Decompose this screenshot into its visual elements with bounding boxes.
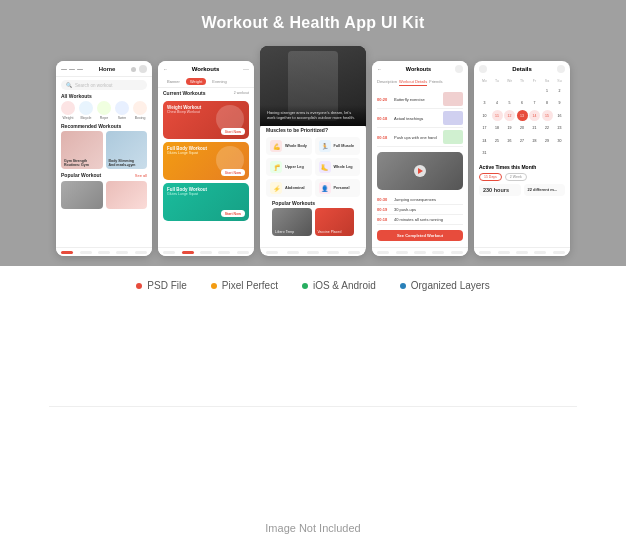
period-2weeks[interactable]: 2 Week <box>505 173 527 181</box>
cat-swim[interactable]: Swim <box>115 101 129 120</box>
rec-card-2[interactable]: Body SlimmingAnd meals+gym <box>106 131 148 169</box>
cat-weight[interactable]: Weight <box>61 101 75 120</box>
nav2-home[interactable] <box>163 251 175 254</box>
cal-cell-14[interactable]: 14 <box>529 110 540 121</box>
video-card[interactable] <box>377 152 463 190</box>
cal-cell-12[interactable]: 12 <box>504 110 515 121</box>
nav-stats[interactable] <box>98 251 110 254</box>
tab-workout-details[interactable]: Workout Details <box>399 79 427 86</box>
muscle-whole-body[interactable]: 💪 Whole Body <box>266 137 312 155</box>
tab-weight[interactable]: Weight <box>186 78 206 85</box>
cal-cell-17[interactable]: 17 <box>479 123 490 134</box>
nav4-profile[interactable] <box>432 251 444 254</box>
cat-bicycle[interactable]: Bicycle <box>79 101 93 120</box>
cal-cell-23[interactable]: 23 <box>554 123 565 134</box>
p5-settings[interactable] <box>557 65 565 73</box>
see-all-link[interactable]: See all <box>135 173 147 178</box>
cal-cell-4[interactable]: 4 <box>492 98 503 109</box>
tab-friends[interactable]: Friends <box>429 79 442 86</box>
rec-card-1[interactable]: Gym StrengthRoutines: Gym <box>61 131 103 169</box>
cat-rope[interactable]: Rope <box>97 101 111 120</box>
cal-cell-31[interactable]: 31 <box>479 148 490 159</box>
nav5-profile[interactable] <box>534 251 546 254</box>
cal-cell-27[interactable]: 27 <box>517 135 528 146</box>
tab-banner[interactable]: Banner <box>163 78 184 85</box>
nav5-home[interactable] <box>479 251 491 254</box>
cal-cell-18[interactable]: 18 <box>492 123 503 134</box>
nav5-stats[interactable] <box>516 251 528 254</box>
period-15days[interactable]: 15 Days <box>479 173 502 181</box>
play-button[interactable] <box>414 165 426 177</box>
p5-back[interactable] <box>479 65 487 73</box>
cal-cell-30[interactable]: 30 <box>554 135 565 146</box>
muscle-abdominal[interactable]: ⚡ Abdominal <box>266 179 312 197</box>
nav3-home[interactable] <box>266 251 278 254</box>
cal-cell-26[interactable]: 26 <box>504 135 515 146</box>
search-bar[interactable]: 🔍 Search on workout <box>61 80 147 90</box>
pop-card-2[interactable] <box>106 181 148 209</box>
p4-back-icon[interactable]: ← <box>377 66 382 72</box>
cal-cell-19[interactable]: 19 <box>504 123 515 134</box>
nav4-more[interactable] <box>451 251 463 254</box>
back-icon[interactable]: ← <box>163 66 168 72</box>
cal-cell-3[interactable]: 3 <box>479 98 490 109</box>
cal-cell-5[interactable]: 5 <box>504 98 515 109</box>
cal-cell[interactable] <box>479 85 490 96</box>
pop-card-1[interactable] <box>61 181 103 209</box>
nav-profile[interactable] <box>116 251 128 254</box>
cal-cell-20[interactable]: 20 <box>517 123 528 134</box>
nav4-workouts[interactable] <box>396 251 408 254</box>
nav-home[interactable] <box>61 251 73 254</box>
cal-cell-7[interactable]: 7 <box>529 98 540 109</box>
workout-card-1[interactable]: Weight Workout Chest Bicep Workout Start… <box>163 101 249 139</box>
workout-card-3[interactable]: Full Body Workout Glutes Lunge Squat Sta… <box>163 183 249 221</box>
nav5-workouts[interactable] <box>498 251 510 254</box>
nav-search[interactable] <box>80 251 92 254</box>
nav5-more[interactable] <box>553 251 565 254</box>
cal-cell-10[interactable]: 10 <box>479 110 490 121</box>
pw-card-2[interactable]: Vaccine Placed <box>315 208 355 236</box>
nav3-profile[interactable] <box>327 251 339 254</box>
start-btn-3[interactable]: Start Now <box>221 210 245 217</box>
cal-cell[interactable] <box>504 85 515 96</box>
cal-cell[interactable] <box>529 85 540 96</box>
muscle-whole-leg[interactable]: 🦶 Whole Leg <box>315 158 361 176</box>
nav4-home[interactable] <box>377 251 389 254</box>
nav2-stats[interactable] <box>200 251 212 254</box>
nav3-more[interactable] <box>348 251 360 254</box>
cal-cell-25[interactable]: 25 <box>492 135 503 146</box>
cal-cell-15[interactable]: 15 <box>542 110 553 121</box>
muscle-personal[interactable]: 👤 Personal <box>315 179 361 197</box>
pw-card-1[interactable]: Libero Temp <box>272 208 312 236</box>
cal-cell-11[interactable]: 11 <box>492 110 503 121</box>
muscle-full[interactable]: 🏃 Full Muscle <box>315 137 361 155</box>
cal-cell[interactable] <box>517 85 528 96</box>
share-icon[interactable]: ⋯ <box>243 65 249 72</box>
nav2-more[interactable] <box>237 251 249 254</box>
workout-card-2[interactable]: Full Body Workout Glutes Lunge Squat Sta… <box>163 142 249 180</box>
cal-cell-9[interactable]: 9 <box>554 98 565 109</box>
muscle-upper-leg[interactable]: 🦵 Upper Leg <box>266 158 312 176</box>
cal-cell-21[interactable]: 21 <box>529 123 540 134</box>
cal-cell-28[interactable]: 28 <box>529 135 540 146</box>
cal-cell-2[interactable]: 2 <box>554 85 565 96</box>
tab-description[interactable]: Description <box>377 79 397 86</box>
cal-cell-1[interactable]: 1 <box>542 85 553 96</box>
nav3-workouts[interactable] <box>287 251 299 254</box>
nav-more[interactable] <box>135 251 147 254</box>
cal-cell-22[interactable]: 22 <box>542 123 553 134</box>
see-completed-btn[interactable]: See Completed Workout <box>377 230 463 241</box>
nav4-stats[interactable] <box>414 251 426 254</box>
cal-cell-13-today[interactable]: 13 <box>517 110 528 121</box>
cal-cell-29[interactable]: 29 <box>542 135 553 146</box>
cal-cell-8[interactable]: 8 <box>542 98 553 109</box>
cal-cell[interactable] <box>492 85 503 96</box>
nav2-workouts[interactable] <box>182 251 194 254</box>
cal-cell-16[interactable]: 16 <box>554 110 565 121</box>
nav2-profile[interactable] <box>218 251 230 254</box>
cat-boxing[interactable]: Boxing <box>133 101 147 120</box>
cal-cell-6[interactable]: 6 <box>517 98 528 109</box>
p4-settings-icon[interactable] <box>455 65 463 73</box>
tab-evening[interactable]: Evening <box>208 78 230 85</box>
nav3-stats[interactable] <box>307 251 319 254</box>
